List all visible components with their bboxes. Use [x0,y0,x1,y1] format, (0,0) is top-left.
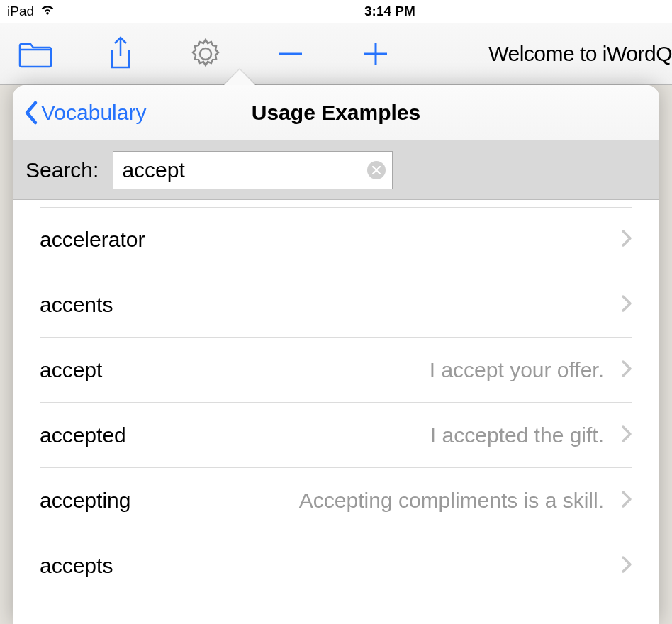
chevron-left-icon [23,100,38,126]
wifi-icon [40,4,55,19]
word-label: accepting [40,489,130,513]
word-label: accelerator [40,228,145,252]
search-bar: Search: [13,140,659,200]
search-label: Search: [26,158,99,182]
minus-icon[interactable] [269,33,312,75]
folder-icon[interactable] [14,33,57,75]
chevron-right-icon [621,294,632,316]
clear-search-button[interactable] [367,161,386,179]
popover: Vocabulary Usage Examples Search: accele… [13,85,659,624]
clock: 3:14 PM [364,4,415,19]
share-icon[interactable] [99,33,142,75]
nav-header: Vocabulary Usage Examples [13,85,659,140]
example-label: I accepted the gift. [138,423,604,447]
list-item[interactable]: accepts [40,533,632,598]
list-item[interactable]: acceptedI accepted the gift. [40,403,632,468]
word-label: accepts [40,554,113,578]
word-label: accepted [40,423,126,447]
svg-point-0 [200,48,211,60]
chevron-right-icon [621,229,632,250]
chevron-right-icon [621,425,632,446]
status-bar: iPad 3:14 PM [0,0,672,23]
popover-title: Usage Examples [252,101,420,125]
back-label: Vocabulary [41,101,146,125]
back-button[interactable]: Vocabulary [13,100,146,126]
plus-icon[interactable] [354,33,397,75]
list-item[interactable]: accelerator [40,207,632,272]
chevron-right-icon [621,490,632,511]
example-label: Accepting compliments is a skill. [142,489,604,513]
word-label: accept [40,358,102,382]
close-icon [372,166,381,174]
list-item[interactable]: accents [40,272,632,338]
document-title: Welcome to iWordQ [488,42,672,66]
word-list: acceleratoraccentsacceptI accept your of… [13,207,659,598]
settings-icon[interactable] [184,33,227,75]
word-label: accents [40,293,113,317]
toolbar: Welcome to iWordQ [0,23,672,85]
chevron-right-icon [621,360,632,381]
chevron-right-icon [621,555,632,576]
list-item[interactable]: acceptingAccepting compliments is a skil… [40,468,632,533]
search-input[interactable] [113,151,393,189]
example-label: I accept your offer. [113,358,604,382]
device-label: iPad [7,4,34,19]
list-item[interactable]: acceptI accept your offer. [40,338,632,403]
